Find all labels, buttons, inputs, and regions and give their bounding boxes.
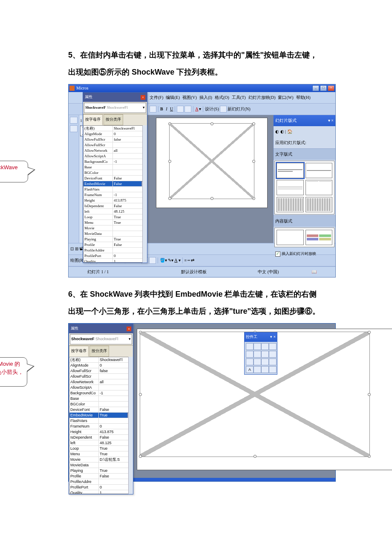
property-row[interactable]: left48.125 bbox=[69, 440, 133, 446]
property-row[interactable]: AllowNetworkall bbox=[69, 379, 133, 385]
property-row[interactable]: MovieData bbox=[84, 231, 147, 237]
layout-option[interactable] bbox=[306, 197, 333, 212]
property-row[interactable]: FlashVars bbox=[69, 418, 133, 424]
layout-option[interactable] bbox=[277, 163, 304, 178]
property-row[interactable]: ProfilePort0 bbox=[84, 253, 147, 259]
menu-item[interactable]: 编辑(E) bbox=[166, 95, 180, 100]
dropdown-icon[interactable]: ▾ bbox=[129, 335, 131, 344]
menu-item[interactable]: 插入(I) bbox=[199, 95, 212, 100]
property-row[interactable]: (名称)ShockwaveFl bbox=[84, 126, 147, 131]
properties-titlebar[interactable]: 属性 × bbox=[83, 92, 147, 102]
property-row[interactable]: MovieD:\齿轮泵.S bbox=[69, 457, 133, 462]
design-button[interactable]: 设计(S) bbox=[205, 104, 219, 114]
taskpane-nav[interactable]: ◐ ◐ | 🏠 bbox=[274, 126, 335, 137]
new-slide-button[interactable]: 新幻灯片(N) bbox=[228, 104, 251, 114]
control-toolbox[interactable]: 控件工▾ × A bbox=[244, 332, 277, 375]
property-row[interactable]: Height413.875 bbox=[69, 429, 133, 435]
layout-grid[interactable] bbox=[274, 161, 334, 214]
toolbox-icon[interactable] bbox=[269, 366, 277, 373]
minimize-button[interactable]: _ bbox=[312, 85, 319, 91]
property-row[interactable]: AlignMode0 bbox=[84, 131, 147, 137]
layout-option[interactable] bbox=[277, 230, 304, 245]
toolbox-icon[interactable] bbox=[261, 358, 269, 365]
property-row[interactable]: Quality1 bbox=[69, 490, 133, 494]
properties-object-selector[interactable]: ShockwaveF ShockwaveFl ▾ bbox=[69, 333, 133, 346]
toolbox-icon[interactable] bbox=[254, 366, 261, 373]
property-row[interactable]: LoopTrue bbox=[84, 214, 147, 220]
toolbox-icon[interactable] bbox=[261, 366, 269, 373]
property-row[interactable]: left48.125 bbox=[84, 209, 147, 214]
property-row[interactable]: DeviceFontFalse bbox=[84, 176, 147, 181]
strip-icon[interactable] bbox=[70, 117, 78, 124]
toolbox-icon[interactable] bbox=[254, 343, 261, 350]
toolbox-icon[interactable] bbox=[261, 351, 269, 358]
property-row[interactable]: BackgroundCo-1 bbox=[69, 390, 133, 396]
menu-item[interactable]: 文件(F) bbox=[150, 95, 163, 100]
menu-item[interactable]: 格式(O) bbox=[215, 95, 229, 100]
show-on-insert-checkbox[interactable]: ✓ 插入新幻灯片时放映 bbox=[274, 248, 335, 260]
toolbox-icon[interactable] bbox=[246, 358, 254, 365]
property-row[interactable]: FrameNum0 bbox=[69, 424, 133, 429]
property-row[interactable]: AllowFullScrfalse bbox=[69, 368, 133, 374]
close-button[interactable]: × bbox=[328, 85, 334, 91]
property-row[interactable]: FrameNum-1 bbox=[84, 192, 147, 198]
property-row[interactable]: AllowFullScrfalse bbox=[84, 137, 147, 142]
strip-icon[interactable] bbox=[70, 125, 78, 132]
toolbox-icon[interactable] bbox=[269, 351, 277, 358]
toolbox-titlebar[interactable]: 控件工▾ × bbox=[245, 332, 277, 342]
menu-item[interactable]: 工具(T) bbox=[232, 95, 246, 100]
properties-window[interactable]: 属性 × ShockwaveF ShockwaveFl ▾ 按字母序 按分类序 bbox=[83, 92, 147, 263]
dropdown-icon[interactable]: ▾ bbox=[143, 104, 145, 112]
properties-window-2[interactable]: 属性 × ShockwaveF ShockwaveFl ▾ 按字母序 按分类序 … bbox=[69, 324, 133, 494]
property-row[interactable]: (名称)ShockwaveFl bbox=[69, 357, 133, 363]
property-row[interactable]: MovieData bbox=[69, 462, 133, 468]
toolbox-icon[interactable] bbox=[246, 343, 254, 350]
properties-close-icon[interactable]: × bbox=[127, 327, 131, 331]
property-row[interactable]: LoopTrue bbox=[69, 446, 133, 451]
property-row[interactable]: Base bbox=[69, 396, 133, 402]
property-row[interactable]: ProfileFalse bbox=[69, 474, 133, 479]
property-row[interactable]: PlayingTrue bbox=[69, 468, 133, 474]
property-row[interactable]: AllowNetworkall bbox=[84, 148, 147, 153]
properties-object-selector[interactable]: ShockwaveF ShockwaveFl ▾ bbox=[83, 102, 147, 114]
layout-option[interactable] bbox=[277, 197, 304, 212]
property-row[interactable]: PlayingTrue bbox=[84, 237, 147, 242]
properties-close-icon[interactable]: × bbox=[141, 95, 145, 100]
shockwave-placeholder[interactable] bbox=[169, 123, 254, 199]
scrollbar[interactable] bbox=[128, 357, 133, 494]
scrollbar[interactable] bbox=[142, 125, 147, 263]
tab-categorized[interactable]: 按分类序 bbox=[104, 114, 123, 125]
property-row[interactable]: AlignMode0 bbox=[69, 363, 133, 368]
menu-item[interactable]: 视图(V) bbox=[182, 95, 197, 100]
property-row[interactable]: IsDependentFalse bbox=[69, 435, 133, 440]
property-row[interactable]: Movie bbox=[84, 225, 147, 231]
toolbox-icon[interactable] bbox=[261, 343, 269, 350]
property-row[interactable]: AllowFullScr bbox=[84, 142, 147, 148]
layout-option[interactable] bbox=[277, 180, 304, 195]
toolbox-icon[interactable] bbox=[246, 351, 254, 358]
property-row[interactable]: MenuTrue bbox=[84, 220, 147, 225]
tab-categorized[interactable]: 按分类序 bbox=[89, 346, 109, 357]
properties-grid[interactable]: (名称)ShockwaveFlAlignMode0AllowFullScrfal… bbox=[69, 357, 133, 494]
menu-item[interactable]: 帮助(H) bbox=[296, 95, 311, 100]
maximize-button[interactable]: □ bbox=[320, 85, 327, 91]
toolbar-icon[interactable] bbox=[150, 106, 156, 113]
toolbar-icon[interactable] bbox=[184, 106, 191, 113]
taskpane-header[interactable]: 幻灯片版式 ▾ × bbox=[274, 115, 335, 126]
property-row[interactable]: IsDependentFalse bbox=[84, 203, 147, 209]
property-row[interactable]: EmbedMovieFalse▾ bbox=[84, 181, 147, 187]
property-row[interactable]: Base bbox=[84, 165, 147, 170]
layout-option[interactable] bbox=[306, 180, 333, 195]
property-row[interactable]: AllowFullScr bbox=[69, 374, 133, 379]
menu-item[interactable]: 窗口(W) bbox=[278, 95, 293, 100]
property-row[interactable]: BGColor bbox=[84, 170, 147, 176]
layout-option[interactable] bbox=[306, 163, 333, 178]
menu-item[interactable]: 幻灯片放映(D) bbox=[248, 95, 276, 100]
property-row[interactable]: FlashVars bbox=[84, 187, 147, 192]
properties-grid[interactable]: (名称)ShockwaveFlAlignMode0AllowFullScrfal… bbox=[83, 125, 147, 263]
property-row[interactable]: AllowScriptA bbox=[84, 153, 147, 159]
property-row[interactable]: ProfileFalse bbox=[84, 242, 147, 248]
property-row[interactable]: BGColor bbox=[69, 402, 133, 407]
toolbox-icon[interactable] bbox=[269, 343, 277, 350]
property-row[interactable]: ProfileAddre bbox=[84, 248, 147, 253]
